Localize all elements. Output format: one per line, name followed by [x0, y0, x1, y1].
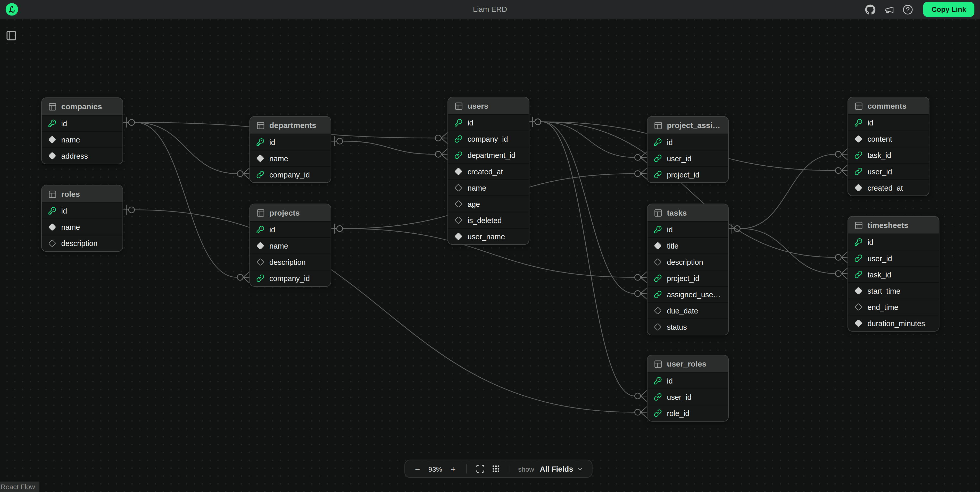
column-row-name: name: [42, 131, 123, 148]
table-name-label: user_roles: [667, 359, 706, 368]
panel-left-icon: [6, 30, 17, 41]
zoom-out-button[interactable]: −: [412, 463, 423, 475]
show-fields-dropdown[interactable]: All Fields: [538, 465, 585, 473]
column-row-title: title: [648, 237, 728, 254]
column-name-label: name: [468, 183, 487, 192]
foreign-key-link-icon: [654, 274, 662, 283]
table-header[interactable]: comments: [848, 97, 929, 114]
column-name-label: company_id: [269, 274, 310, 283]
column-name-label: id: [667, 225, 673, 234]
github-button[interactable]: [865, 4, 876, 15]
table-header[interactable]: user_roles: [648, 356, 728, 372]
topbar: ℒ Liam ERD Copy Link: [0, 0, 980, 19]
column-name-label: id: [468, 118, 474, 127]
column-row-user_id: user_id: [648, 389, 728, 405]
nullable-diamond-icon: [48, 239, 56, 248]
table-node-user_roles[interactable]: user_rolesiduser_idrole_id: [647, 355, 729, 421]
column-name-label: user_id: [868, 254, 892, 263]
table-node-tasks[interactable]: tasksidtitledescriptionproject_idassigne…: [647, 203, 729, 335]
foreign-key-link-icon: [654, 290, 662, 299]
table-header[interactable]: departments: [250, 117, 331, 133]
column-row-user_id: user_id: [848, 163, 929, 179]
zoom-in-button[interactable]: +: [447, 463, 459, 475]
table-header[interactable]: companies: [42, 98, 123, 115]
relationship-edge: [123, 117, 250, 283]
column-name-label: created_at: [868, 183, 903, 192]
relationship-edge: [123, 117, 250, 179]
column-row-due_date: due_date: [648, 302, 728, 319]
announcements-button[interactable]: [884, 4, 895, 15]
not-null-diamond-icon: [48, 135, 56, 144]
column-row-status: status: [648, 319, 728, 335]
column-row-created_at: created_at: [848, 179, 929, 195]
column-row-description: description: [250, 254, 331, 270]
column-row-id: id: [42, 203, 123, 219]
column-row-start_time: start_time: [848, 283, 939, 298]
foreign-key-link-icon: [454, 151, 463, 159]
column-row-project_id: project_id: [648, 166, 728, 183]
table-name-label: roles: [61, 190, 80, 198]
table-node-companies[interactable]: companiesidnameaddress: [41, 97, 123, 164]
liam-logo[interactable]: ℒ: [6, 3, 18, 16]
help-button[interactable]: [903, 4, 913, 15]
chevron-down-icon: [576, 465, 584, 473]
column-name-label: user_name: [468, 232, 505, 241]
column-name-label: name: [61, 222, 80, 231]
table-header[interactable]: projects: [250, 204, 331, 221]
primary-key-icon: [454, 119, 463, 127]
column-name-label: user_id: [667, 154, 691, 163]
relationship-edge: [729, 149, 848, 233]
nullable-diamond-icon: [654, 307, 662, 315]
column-name-label: start_time: [868, 286, 900, 295]
column-name-label: project_id: [667, 170, 699, 179]
table-header[interactable]: roles: [42, 186, 123, 202]
column-row-id: id: [42, 115, 123, 131]
column-name-label: id: [868, 118, 873, 127]
nullable-diamond-icon: [654, 258, 662, 266]
table-header[interactable]: users: [448, 97, 529, 114]
toolbar-divider: [509, 464, 509, 473]
table-node-comments[interactable]: commentsidcontenttask_iduser_idcreated_a…: [848, 97, 929, 196]
table-header[interactable]: project_assignments: [648, 117, 728, 133]
not-null-diamond-icon: [454, 232, 463, 241]
relationship-edge: [123, 205, 647, 418]
column-name-label: is_deleted: [468, 216, 502, 225]
relationship-edge: [729, 224, 848, 279]
foreign-key-link-icon: [454, 135, 463, 143]
table-node-project_assignments[interactable]: project_assignmentsiduser_idproject_id: [647, 116, 729, 183]
sidebar-toggle-button[interactable]: [5, 30, 17, 42]
foreign-key-link-icon: [654, 170, 662, 179]
fit-view-button[interactable]: [474, 463, 485, 475]
column-name-label: name: [269, 154, 288, 163]
react-flow-attribution[interactable]: React Flow: [0, 481, 40, 492]
column-name-label: id: [269, 138, 275, 146]
table-node-projects[interactable]: projectsidnamedescriptioncompany_id: [249, 203, 331, 286]
column-row-created_at: created_at: [448, 163, 529, 179]
column-row-task_id: task_id: [848, 266, 939, 283]
relationship-edge: [530, 117, 647, 299]
not-null-diamond-icon: [854, 184, 863, 192]
primary-key-icon: [654, 225, 662, 233]
foreign-key-link-icon: [854, 151, 863, 159]
column-name-label: end_time: [868, 303, 899, 311]
table-node-timesheets[interactable]: timesheetsiduser_idtask_idstart_timeend_…: [848, 216, 939, 332]
table-header[interactable]: tasks: [648, 204, 728, 221]
table-node-roles[interactable]: rolesidnamedescription: [41, 185, 123, 252]
column-name-label: name: [269, 241, 288, 250]
table-icon: [654, 208, 662, 217]
table-icon: [654, 121, 662, 130]
primary-key-icon: [854, 119, 863, 127]
table-header[interactable]: timesheets: [848, 217, 939, 233]
not-null-diamond-icon: [256, 241, 264, 250]
column-row-id: id: [448, 114, 529, 130]
nullable-diamond-icon: [454, 200, 463, 208]
column-name-label: name: [61, 135, 80, 144]
copy-link-button[interactable]: Copy Link: [923, 2, 974, 17]
show-fields-value: All Fields: [540, 465, 573, 473]
show-label: show: [518, 465, 534, 473]
column-row-id: id: [648, 134, 728, 150]
tidy-up-button[interactable]: [490, 463, 501, 475]
table-node-departments[interactable]: departmentsidnamecompany_id: [249, 116, 331, 183]
grid-dots-icon: [491, 464, 500, 473]
table-node-users[interactable]: usersidcompany_iddepartment_idcreated_at…: [447, 97, 530, 245]
